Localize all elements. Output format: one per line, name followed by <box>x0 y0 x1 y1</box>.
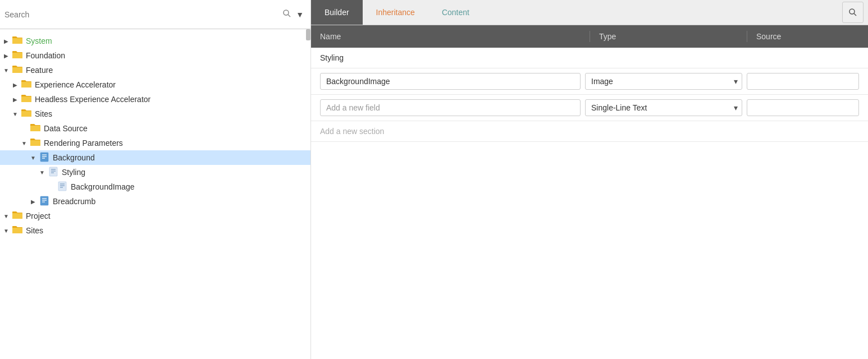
left-panel: ▼ ▶ System▶ Foundation▼ Feature▶ Experie… <box>0 0 311 359</box>
svg-rect-2 <box>40 153 48 162</box>
tree-item-headless-experience-accelerator[interactable]: ▶ Headless Experience Accelerator <box>0 92 310 107</box>
tree-item-styling[interactable]: ▼ Styling <box>0 165 310 180</box>
toggle-rendering-parameters[interactable]: ▼ <box>20 139 28 147</box>
new-field-source-cell <box>747 99 859 116</box>
search-bar: ▼ <box>0 0 310 29</box>
icon-experience-accelerator <box>21 79 33 90</box>
field-name-input-backgroundimage[interactable] <box>320 73 581 90</box>
new-section-label: Add a new section <box>320 127 384 136</box>
toggle-foundation[interactable]: ▶ <box>2 52 10 59</box>
icon-breadcrumb <box>39 196 51 207</box>
tree-item-foundation[interactable]: ▶ Foundation <box>0 48 310 63</box>
icon-feature <box>12 65 24 76</box>
tree-item-sites2[interactable]: ▼ Sites <box>0 223 310 238</box>
icon-sites <box>21 108 33 119</box>
tree-list: ▶ System▶ Foundation▼ Feature▶ Experienc… <box>0 34 310 238</box>
icon-backgroundimage <box>57 181 68 192</box>
icon-system <box>12 35 24 47</box>
new-field-name-input[interactable] <box>320 99 581 116</box>
section-styling-row: Styling <box>311 48 868 68</box>
toggle-system[interactable]: ▶ <box>2 37 10 45</box>
tree-item-backgroundimage[interactable]: BackgroundImage <box>0 180 310 194</box>
tab-content[interactable]: Content <box>428 0 483 25</box>
label-background: Background <box>53 153 95 162</box>
search-tab-button[interactable] <box>842 2 864 23</box>
label-styling: Styling <box>62 168 85 177</box>
folder-icon <box>12 225 22 234</box>
tree-item-data-source[interactable]: Data Source <box>0 121 310 136</box>
toggle-backgroundimage <box>47 183 55 191</box>
label-headless-experience-accelerator: Headless Experience Accelerator <box>35 95 150 104</box>
tabs-bar: Builder Inheritance Content <box>311 0 868 25</box>
label-data-source: Data Source <box>44 124 88 133</box>
label-experience-accelerator: Experience Accelerator <box>35 80 116 89</box>
search-button[interactable] <box>280 7 294 22</box>
icon-sites2 <box>12 225 24 236</box>
folder-icon <box>30 123 40 132</box>
svg-point-0 <box>284 10 289 15</box>
folder-icon <box>12 50 22 59</box>
folder-icon <box>12 35 22 44</box>
field-name-cell <box>320 73 581 90</box>
icon-project <box>12 210 24 222</box>
tree-container: ▶ System▶ Foundation▼ Feature▶ Experienc… <box>0 29 310 359</box>
toggle-sites[interactable]: ▼ <box>11 110 19 118</box>
tree-item-system[interactable]: ▶ System <box>0 34 310 48</box>
label-sites: Sites <box>35 109 52 118</box>
toggle-data-source <box>20 125 28 132</box>
toggle-experience-accelerator[interactable]: ▶ <box>11 81 19 89</box>
folder-icon <box>30 137 40 146</box>
toggle-project[interactable]: ▼ <box>2 212 10 220</box>
field-row-backgroundimage: Image Single-Line Text Multi-Line Text C… <box>311 68 868 95</box>
svg-rect-6 <box>49 167 57 176</box>
new-field-source-input[interactable] <box>747 99 859 116</box>
toggle-styling[interactable]: ▼ <box>38 168 46 176</box>
tab-inheritance[interactable]: Inheritance <box>363 0 428 25</box>
content-area: Name Type Source Styling Image Single-Li… <box>311 25 868 359</box>
new-section-row: Add a new section <box>311 121 868 142</box>
folder-icon <box>12 65 22 73</box>
template-icon <box>39 152 49 162</box>
toggle-breadcrumb[interactable]: ▶ <box>29 197 37 205</box>
tree-item-background[interactable]: ▼ Background <box>0 150 310 165</box>
tab-builder[interactable]: Builder <box>311 0 363 25</box>
toggle-feature[interactable]: ▼ <box>2 66 10 74</box>
toggle-headless-experience-accelerator[interactable]: ▶ <box>11 95 19 103</box>
new-field-name-cell <box>320 99 581 116</box>
new-field-type-cell: Single-Line Text Image Multi-Line Text C… <box>585 99 742 116</box>
icon-foundation <box>12 50 24 61</box>
label-feature: Feature <box>26 66 53 75</box>
doc-icon <box>57 181 67 191</box>
toggle-sites2[interactable]: ▼ <box>2 227 10 234</box>
toggle-background[interactable]: ▼ <box>29 154 37 162</box>
label-system: System <box>26 36 52 45</box>
icon-headless-experience-accelerator <box>21 94 33 105</box>
icon-styling <box>48 167 60 178</box>
new-field-type-select[interactable]: Single-Line Text Image Multi-Line Text C… <box>585 99 742 116</box>
folder-icon <box>21 94 31 103</box>
tree-item-feature[interactable]: ▼ Feature <box>0 63 310 77</box>
field-type-select-backgroundimage[interactable]: Image Single-Line Text Multi-Line Text C… <box>585 73 742 90</box>
svg-rect-10 <box>58 182 66 191</box>
tree-item-rendering-parameters[interactable]: ▼ Rendering Parameters <box>0 136 310 150</box>
search-input[interactable] <box>4 10 280 19</box>
label-foundation: Foundation <box>26 51 65 60</box>
header-name: Name <box>320 31 590 42</box>
tree-item-breadcrumb[interactable]: ▶ Breadcrumb <box>0 194 310 209</box>
tree-item-sites[interactable]: ▼ Sites <box>0 107 310 121</box>
icon-background <box>39 152 51 163</box>
tree-item-experience-accelerator[interactable]: ▶ Experience Accelerator <box>0 77 310 92</box>
svg-line-19 <box>854 13 856 16</box>
field-source-input-backgroundimage[interactable] <box>747 73 859 90</box>
label-rendering-parameters: Rendering Parameters <box>44 139 123 148</box>
dropdown-arrow-button[interactable]: ▼ <box>294 8 306 21</box>
label-breadcrumb: Breadcrumb <box>53 197 95 206</box>
header-type: Type <box>590 31 747 42</box>
icon-rendering-parameters <box>30 137 42 149</box>
tree-item-project[interactable]: ▼ Project <box>0 209 310 223</box>
label-project: Project <box>26 211 51 220</box>
label-backgroundimage: BackgroundImage <box>71 182 135 191</box>
folder-icon <box>21 108 31 117</box>
folder-icon <box>21 79 31 88</box>
svg-line-1 <box>288 15 290 17</box>
